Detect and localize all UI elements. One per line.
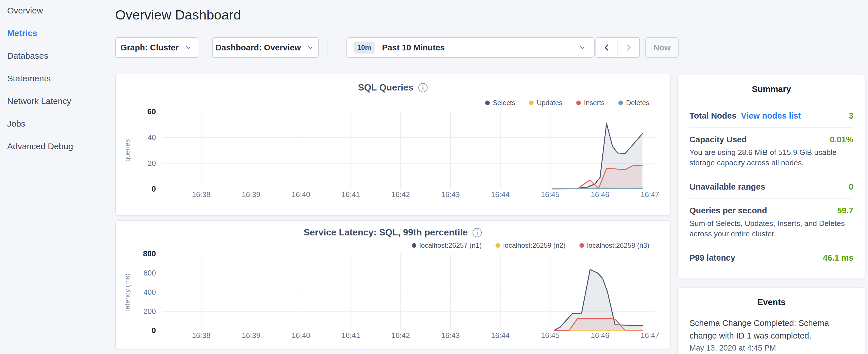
events-panel-title: Events xyxy=(689,297,854,307)
next-time-button[interactable] xyxy=(618,38,640,57)
controls-row: Graph: Cluster Dashboard: Overview 10m P… xyxy=(115,37,717,58)
legend-item-deletes[interactable]: Deletes xyxy=(618,99,649,107)
chart-legend: Selects Updates Inserts Deletes xyxy=(485,99,650,107)
previous-time-button[interactable] xyxy=(596,38,618,57)
unavailable-ranges-value: 0 xyxy=(849,182,854,192)
svg-text:16:40: 16:40 xyxy=(291,190,310,199)
capacity-used-description: You are using 28.6 MiB of 515.9 GiB usab… xyxy=(689,147,854,168)
legend-item-inserts[interactable]: Inserts xyxy=(576,99,604,107)
legend-item-node2[interactable]: localhost:26259 (n2) xyxy=(495,242,565,250)
legend-label: Selects xyxy=(493,99,516,107)
summary-panel-title: Summary xyxy=(689,84,854,94)
info-icon[interactable] xyxy=(418,83,428,93)
svg-text:latency (ms): latency (ms) xyxy=(123,273,131,311)
queries-per-second-label: Queries per second xyxy=(689,206,767,215)
svg-text:16:45: 16:45 xyxy=(541,190,559,199)
total-nodes-value: 3 xyxy=(849,111,854,121)
summary-row-p99-latency: P99 latency 46.1 ms xyxy=(689,253,854,263)
info-icon[interactable] xyxy=(472,228,482,237)
main-content: Overview Dashboard Graph: Cluster Dashbo… xyxy=(115,0,671,354)
legend-label: Deletes xyxy=(626,99,649,107)
deletes-series-dot xyxy=(618,100,623,105)
selects-series-dot xyxy=(485,100,490,105)
p99-latency-value: 46.1 ms xyxy=(823,253,854,263)
chevron-down-icon xyxy=(183,43,193,53)
summary-row-capacity-used: Capacity Used 0.01% xyxy=(689,135,854,144)
legend-item-node1[interactable]: localhost:26257 (n1) xyxy=(412,242,482,250)
svg-text:400: 400 xyxy=(144,288,156,296)
divider xyxy=(689,175,854,175)
summary-row-unavailable-ranges: Unavailable ranges 0 xyxy=(689,182,854,192)
sidebar-item-network-latency[interactable]: Network Latency xyxy=(7,96,115,106)
legend-item-node3[interactable]: localhost:26258 (n3) xyxy=(580,242,649,250)
svg-text:16:42: 16:42 xyxy=(391,331,410,340)
svg-text:16:44: 16:44 xyxy=(491,331,509,340)
sidebar-item-overview[interactable]: Overview xyxy=(7,6,115,15)
legend-label: localhost:26257 (n1) xyxy=(420,242,482,250)
legend-item-updates[interactable]: Updates xyxy=(529,99,562,107)
sidebar-item-metrics[interactable]: Metrics xyxy=(7,28,115,38)
sql-queries-chart[interactable]: 16:3816:3916:4016:4116:4216:4316:4416:45… xyxy=(116,108,670,215)
chevron-down-icon xyxy=(578,43,587,53)
legend-label: localhost:26258 (n3) xyxy=(587,242,649,250)
chart-title: SQL Queries xyxy=(358,82,413,93)
summary-row-total-nodes: Total NodesView nodes list 3 xyxy=(689,111,854,121)
legend-label: localhost:26259 (n2) xyxy=(503,242,565,250)
divider xyxy=(689,198,854,199)
dashboard-dropdown-label: Dashboard: Overview xyxy=(216,43,301,53)
queries-per-second-value: 59.7 xyxy=(837,206,854,215)
summary-row-queries-per-second: Queries per second 59.7 xyxy=(689,206,854,215)
chevron-left-icon xyxy=(601,42,612,53)
event-text: Schema Change Completed: Schema change w… xyxy=(689,317,854,342)
view-nodes-list-link[interactable]: View nodes list xyxy=(741,111,801,120)
summary-panel: Summary Total NodesView nodes list 3 Cap… xyxy=(677,74,865,279)
legend-label: Inserts xyxy=(584,99,604,107)
graph-scope-dropdown-label: Graph: Cluster xyxy=(120,43,179,53)
svg-text:16:40: 16:40 xyxy=(291,331,310,340)
sidebar-item-jobs[interactable]: Jobs xyxy=(7,119,115,129)
time-range-label: Past 10 Minutes xyxy=(382,43,578,53)
inserts-series-dot xyxy=(576,100,581,105)
graph-scope-dropdown[interactable]: Graph: Cluster xyxy=(115,37,198,58)
svg-text:16:47: 16:47 xyxy=(641,190,659,199)
svg-text:16:45: 16:45 xyxy=(541,331,559,340)
unavailable-ranges-label: Unavailable ranges xyxy=(689,182,765,192)
svg-text:16:39: 16:39 xyxy=(242,331,260,340)
dashboard-dropdown[interactable]: Dashboard: Overview xyxy=(212,37,319,58)
sidebar-item-advanced-debug[interactable]: Advanced Debug xyxy=(7,141,115,151)
svg-text:16:41: 16:41 xyxy=(341,190,360,199)
sidebar-item-statements[interactable]: Statements xyxy=(7,74,115,83)
queries-per-second-description: Sum of Selects, Updates, Inserts, and De… xyxy=(689,218,854,239)
svg-text:16:47: 16:47 xyxy=(641,331,659,340)
sidebar: Overview Metrics Databases Statements Ne… xyxy=(0,0,115,354)
svg-text:20: 20 xyxy=(148,159,156,167)
now-button[interactable]: Now xyxy=(645,37,679,58)
node2-series-dot xyxy=(495,243,500,248)
svg-text:600: 600 xyxy=(144,269,156,277)
legend-item-selects[interactable]: Selects xyxy=(485,99,516,107)
svg-text:16:38: 16:38 xyxy=(192,331,210,340)
node1-series-dot xyxy=(412,243,416,248)
svg-text:40: 40 xyxy=(148,133,156,142)
updates-series-dot xyxy=(529,100,534,105)
svg-text:16:44: 16:44 xyxy=(491,190,509,199)
service-latency-chart[interactable]: 16:3816:3916:4016:4116:4216:4316:4416:45… xyxy=(116,250,670,353)
toolbar-divider xyxy=(328,37,328,58)
chart-legend: localhost:26257 (n1) localhost:26259 (n2… xyxy=(412,242,649,250)
svg-text:60: 60 xyxy=(147,108,156,116)
divider xyxy=(689,246,854,246)
capacity-used-label: Capacity Used xyxy=(689,135,747,144)
svg-text:16:46: 16:46 xyxy=(591,331,609,340)
time-range-selector[interactable]: 10m Past 10 Minutes xyxy=(346,37,595,58)
page-title: Overview Dashboard xyxy=(115,7,241,23)
svg-text:0: 0 xyxy=(152,185,156,193)
node3-series-dot xyxy=(580,243,584,248)
chevron-right-icon xyxy=(623,42,634,53)
svg-text:queries: queries xyxy=(123,139,131,162)
svg-text:0: 0 xyxy=(152,326,156,335)
svg-text:16:42: 16:42 xyxy=(391,190,410,199)
svg-text:16:43: 16:43 xyxy=(441,331,460,340)
legend-label: Updates xyxy=(537,99,562,107)
total-nodes-label: Total Nodes xyxy=(689,111,737,120)
sidebar-item-databases[interactable]: Databases xyxy=(7,51,115,61)
